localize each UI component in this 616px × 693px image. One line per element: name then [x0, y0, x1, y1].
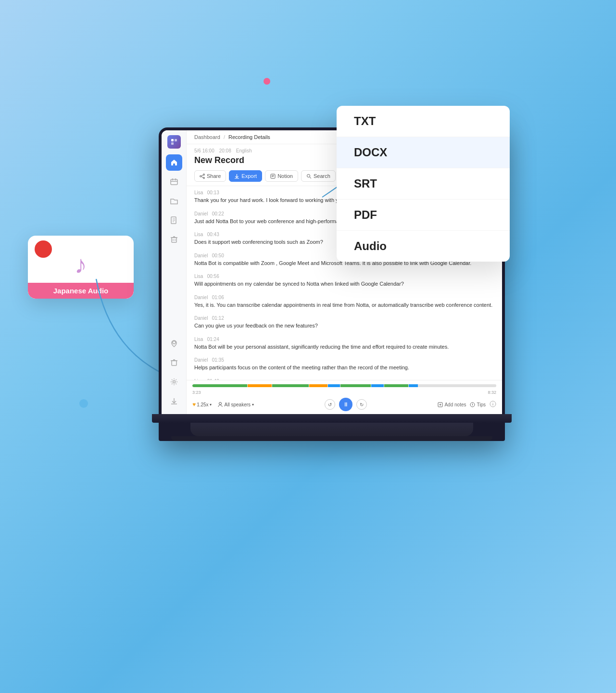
transcript-entry-7: Lisa 01:24 Notta Bot will be your person… — [194, 337, 494, 351]
time-start: 3:23 — [192, 390, 201, 395]
app-logo[interactable] — [167, 135, 181, 149]
notion-button[interactable]: Notion — [265, 170, 298, 182]
search-label: Search — [314, 173, 330, 179]
export-dropdown: TXT DOCX SRT PDF Audio — [337, 106, 510, 262]
speaker-control[interactable]: All speakers ▾ — [217, 402, 254, 407]
laptop-stand — [190, 423, 473, 436]
progress-times: 3:23 8:32 — [192, 390, 496, 395]
sidebar-item-home[interactable] — [166, 154, 182, 171]
record-date: 5/6 16:00 — [194, 148, 214, 153]
export-item-docx[interactable]: DOCX — [337, 137, 510, 168]
transcript-entry-4: Lisa 00:56 Will appointments on my calen… — [194, 274, 494, 288]
right-controls: Add notes Tips — [438, 401, 496, 408]
svg-point-42 — [472, 403, 473, 403]
breadcrumb-separator: / — [224, 134, 225, 140]
export-button[interactable]: Export — [229, 170, 262, 182]
add-notes-button[interactable]: Add notes — [438, 402, 466, 407]
svg-rect-2 — [175, 139, 177, 141]
transcript-entry-6: Daniel 01:12 Can you give us your feedba… — [194, 315, 494, 330]
skip-back-button[interactable]: ↺ — [325, 399, 335, 410]
svg-point-24 — [203, 174, 205, 175]
sidebar-item-trash2[interactable] — [166, 354, 182, 371]
speed-value: 1.25x — [197, 402, 208, 407]
share-label: Share — [207, 173, 221, 179]
record-indicator — [35, 240, 52, 258]
laptop-base — [152, 414, 512, 423]
svg-line-35 — [310, 177, 311, 178]
svg-point-45 — [492, 403, 493, 403]
svg-point-26 — [203, 177, 205, 178]
info-button[interactable] — [490, 401, 496, 408]
svg-rect-18 — [172, 361, 176, 365]
sidebar-item-calendar[interactable] — [166, 174, 182, 190]
breadcrumb-home[interactable]: Dashboard — [194, 134, 220, 140]
breadcrumb-current: Recording Details — [228, 134, 270, 140]
svg-point-21 — [173, 381, 175, 383]
sidebar-item-download[interactable] — [166, 393, 182, 409]
export-label: Export — [241, 173, 257, 179]
svg-rect-4 — [171, 179, 177, 185]
export-item-audio[interactable]: Audio — [337, 231, 510, 262]
sidebar — [162, 130, 187, 414]
skip-forward-button[interactable]: ↻ — [356, 399, 367, 410]
svg-rect-3 — [171, 142, 174, 145]
laptop-foot — [171, 436, 492, 441]
export-item-srt[interactable]: SRT — [337, 168, 510, 200]
svg-point-34 — [307, 174, 310, 177]
svg-rect-1 — [171, 139, 174, 141]
record-duration: 20:08 — [219, 148, 231, 153]
decoration-dot-blue — [79, 399, 88, 408]
sidebar-item-settings[interactable] — [166, 374, 182, 390]
japanese-audio-card: ♪ Japanese Audio — [28, 236, 134, 299]
add-notes-label: Add notes — [444, 402, 466, 407]
share-button[interactable]: Share — [194, 170, 226, 182]
record-language: English — [236, 148, 252, 153]
svg-line-28 — [201, 176, 203, 177]
transcript-entry-8: Daniel 01:35 Helps participants focus on… — [194, 357, 494, 372]
decoration-dot-pink — [264, 78, 270, 85]
transcript-meta-7: Lisa 01:24 — [194, 337, 494, 342]
audio-card-label: Japanese Audio — [28, 283, 134, 299]
tips-label: Tips — [477, 402, 486, 407]
speed-control[interactable]: ♥ 1.25x ▾ — [192, 401, 212, 408]
svg-point-17 — [173, 341, 176, 344]
time-end: 8:32 — [488, 390, 496, 395]
transcript-meta-4: Lisa 00:56 — [194, 274, 494, 279]
svg-rect-12 — [172, 238, 176, 242]
svg-point-25 — [200, 176, 201, 177]
transcript-meta-8: Daniel 01:35 — [194, 357, 494, 363]
speaker-label: All speakers — [225, 402, 251, 407]
speed-icon: ♥ — [192, 401, 196, 408]
search-button[interactable]: Search — [301, 170, 336, 182]
transcript-text-5: Yes, it is. You can transcribe calendar … — [194, 301, 494, 309]
export-item-pdf[interactable]: PDF — [337, 200, 510, 231]
transcript-text-8: Helps participants focus on the content … — [194, 364, 494, 372]
sidebar-item-trash[interactable] — [166, 231, 182, 248]
notion-label: Notion — [277, 173, 293, 179]
svg-point-36 — [219, 403, 221, 405]
player-bar: 3:23 8:32 ♥ 1.25x ▾ — [187, 380, 502, 414]
transcript-meta-5: Daniel 01:06 — [194, 295, 494, 300]
sidebar-item-location[interactable] — [166, 335, 182, 352]
transcript-entry-5: Daniel 01:06 Yes, it is. You can transcr… — [194, 295, 494, 309]
pause-button[interactable]: ⏸ — [339, 398, 352, 411]
svg-line-27 — [201, 175, 203, 176]
tips-button[interactable]: Tips — [470, 402, 486, 407]
transcript-text-6: Can you give us your feedback on the new… — [194, 322, 494, 330]
transcript-text-4: Will appointments on my calendar be sync… — [194, 280, 494, 288]
player-controls: ♥ 1.25x ▾ All speakers ▾ — [192, 398, 496, 411]
transcript-text-7: Notta Bot will be your personal assistan… — [194, 343, 494, 351]
transcript-meta-6: Daniel 01:12 — [194, 315, 494, 321]
sidebar-item-folder[interactable] — [166, 193, 182, 209]
export-item-txt[interactable]: TXT — [337, 106, 510, 137]
sidebar-item-document[interactable] — [166, 212, 182, 228]
